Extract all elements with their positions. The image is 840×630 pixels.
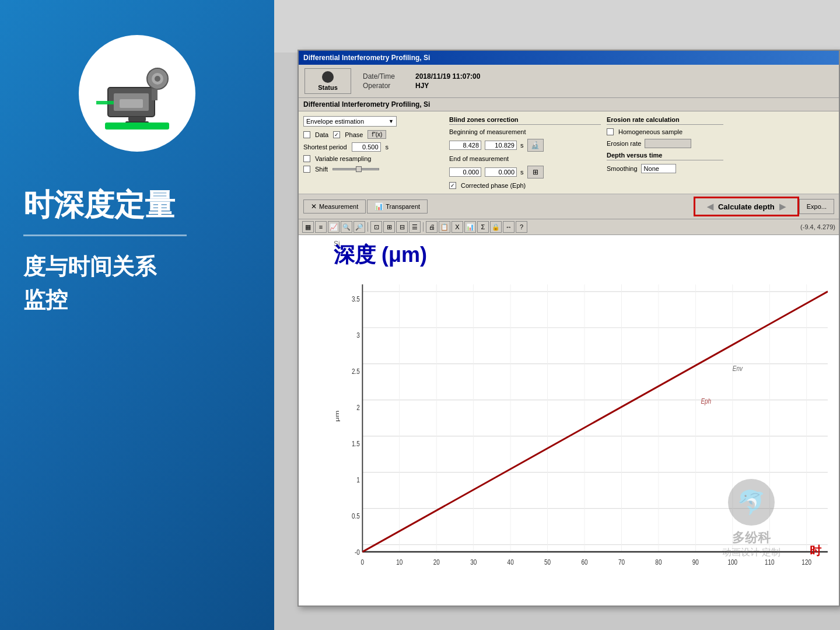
chart-title: 深度 (μm): [334, 241, 427, 270]
svg-text:Eph: Eph: [701, 396, 711, 405]
svg-text:100: 100: [727, 558, 737, 567]
dialog-title-text: Differential Interferometry Profiling, S…: [303, 100, 430, 108]
svg-text:30: 30: [470, 558, 477, 567]
svg-text:60: 60: [581, 558, 587, 567]
svg-text:0.5: 0.5: [352, 511, 360, 520]
svg-rect-10: [105, 123, 169, 130]
svg-text:120: 120: [802, 558, 811, 567]
toolbar-export-icon[interactable]: X: [452, 221, 463, 233]
data-phase-row: Data Phase f"(x): [303, 130, 443, 139]
datetime-key: Date/Time: [363, 72, 410, 80]
end-val2-input[interactable]: [485, 167, 517, 177]
beginning-label: Beginning of measurement: [449, 128, 526, 135]
toolbar-bar-chart-icon[interactable]: 📊: [464, 221, 476, 233]
phase-checkbox[interactable]: [333, 131, 340, 138]
toolbar-list-icon[interactable]: ≡: [315, 221, 327, 233]
dialog-middle-section: Blind zones correction Beginning of meas…: [449, 116, 601, 189]
toolbar-print-icon[interactable]: 🖨: [426, 221, 438, 233]
toolbar-table-icon[interactable]: ▦: [302, 221, 314, 233]
status-icon: [322, 71, 334, 83]
svg-text:Env: Env: [733, 364, 743, 373]
blind-zones-header: Blind zones correction: [449, 116, 601, 125]
svg-text:-0: -0: [355, 547, 360, 556]
shift-slider[interactable]: [332, 168, 379, 170]
homogeneous-checkbox[interactable]: [607, 128, 614, 135]
shift-checkbox[interactable]: [303, 166, 310, 173]
svg-text:2: 2: [356, 403, 360, 412]
data-label: Data: [315, 131, 328, 138]
end-label: End of measurement: [449, 155, 509, 162]
depth-time-header: Depth versus time: [607, 152, 723, 160]
homogeneous-row: Homogeneous sample: [607, 128, 723, 135]
svg-text:μm: μm: [333, 411, 340, 422]
toolbar-rows-icon[interactable]: ☰: [409, 221, 421, 233]
shortest-period-input[interactable]: [352, 142, 381, 152]
beginning-values-row: s 🔬: [449, 139, 601, 152]
svg-point-8: [155, 76, 160, 82]
end-val1-input[interactable]: [449, 167, 481, 177]
beg-icon-btn[interactable]: 🔬: [527, 139, 544, 152]
transparent-tab[interactable]: 📊 Transparent: [367, 200, 428, 214]
right-panel: Differential Interferometry Profiling, S…: [274, 0, 840, 630]
data-checkbox[interactable]: [303, 131, 310, 138]
smoothing-dropdown[interactable]: None: [641, 164, 676, 173]
toolbar-zoom-in-icon[interactable]: 🔍: [341, 221, 352, 233]
svg-rect-9: [152, 89, 158, 100]
operator-row: Operator HJY: [363, 82, 480, 90]
window-titlebar: Differential Interferometry Profiling, S…: [299, 51, 839, 65]
software-window: Differential Interferometry Profiling, S…: [298, 50, 840, 607]
tab-area: ✕ Measurement 📊 Transparent ◀ Calculate …: [299, 194, 839, 219]
beg-val2-input[interactable]: [485, 141, 517, 150]
toolbar-sep1: [368, 222, 368, 232]
status-button[interactable]: Status: [304, 68, 351, 94]
corrected-phase-row: Corrected phase (Eph): [449, 182, 601, 189]
datetime-row: Date/Time 2018/11/19 11:07:00: [363, 72, 480, 80]
toolbar-grid-icon[interactable]: ⊞: [383, 221, 395, 233]
erosion-rate-input[interactable]: [645, 139, 691, 148]
dropdown-arrow-icon: ▼: [388, 118, 394, 124]
calculate-btn-label: Calculate depth: [718, 202, 775, 211]
svg-text:0: 0: [361, 558, 365, 567]
toolbar-chart-icon[interactable]: 📈: [328, 221, 340, 233]
envelope-dropdown[interactable]: Envelope estimation ▼: [303, 116, 397, 127]
erosion-header: Erosion rate calculation: [607, 116, 723, 125]
export-button[interactable]: Expo...: [799, 199, 834, 214]
sub-text: 度与时间关系 监控: [23, 250, 156, 317]
beg-unit: s: [520, 142, 524, 149]
time-label: 时: [810, 543, 821, 559]
chart-area: Si 深度 (μm): [299, 235, 839, 606]
calc-arrow-left-icon: ◀: [707, 202, 713, 211]
toolbar-copy-icon[interactable]: 📋: [439, 221, 450, 233]
main-text: 时深度定量: [23, 187, 175, 223]
fx-button[interactable]: f"(x): [368, 130, 386, 139]
status-label: Status: [318, 84, 338, 91]
svg-text:50: 50: [544, 558, 551, 567]
toolbar-select-icon[interactable]: ⊡: [370, 221, 382, 233]
watermark: 🐬 多纷科 动画设计·定制: [722, 479, 780, 559]
end-icon-btn[interactable]: ⊞: [527, 166, 544, 178]
svg-text:1.5: 1.5: [352, 439, 360, 448]
end-unit: s: [520, 169, 524, 176]
transparent-tab-icon: 📊: [374, 202, 383, 211]
toolbar-sigma-icon[interactable]: Σ: [477, 221, 489, 233]
toolbar-lock-icon[interactable]: 🔒: [490, 221, 502, 233]
corrected-phase-checkbox[interactable]: [449, 182, 456, 189]
window-title: Differential Interferometry Profiling, S…: [303, 54, 430, 62]
toolbar-arrow-icon[interactable]: ↔: [503, 221, 514, 233]
dialog-content: Envelope estimation ▼ Data Phase f"(x) S…: [299, 111, 839, 194]
toolbar-help-icon[interactable]: ?: [516, 221, 527, 233]
variable-resampling-checkbox[interactable]: [303, 155, 310, 162]
toolbar-zoom-out-icon[interactable]: 🔎: [354, 221, 365, 233]
svg-text:20: 20: [433, 558, 440, 567]
operator-value: HJY: [415, 82, 429, 90]
beg-val1-input[interactable]: [449, 141, 481, 150]
watermark-sub: 动画设计·定制: [722, 547, 780, 559]
end-label-row: End of measurement: [449, 155, 601, 162]
svg-text:10: 10: [396, 558, 402, 567]
svg-text:40: 40: [508, 558, 514, 567]
svg-text:3.5: 3.5: [352, 295, 360, 304]
toolbar-cols-icon[interactable]: ⊟: [396, 221, 408, 233]
erosion-rate-row: Erosion rate: [607, 139, 723, 148]
measurement-tab[interactable]: ✕ Measurement: [303, 200, 366, 214]
calculate-depth-button[interactable]: ◀ Calculate depth ▶: [694, 197, 799, 216]
